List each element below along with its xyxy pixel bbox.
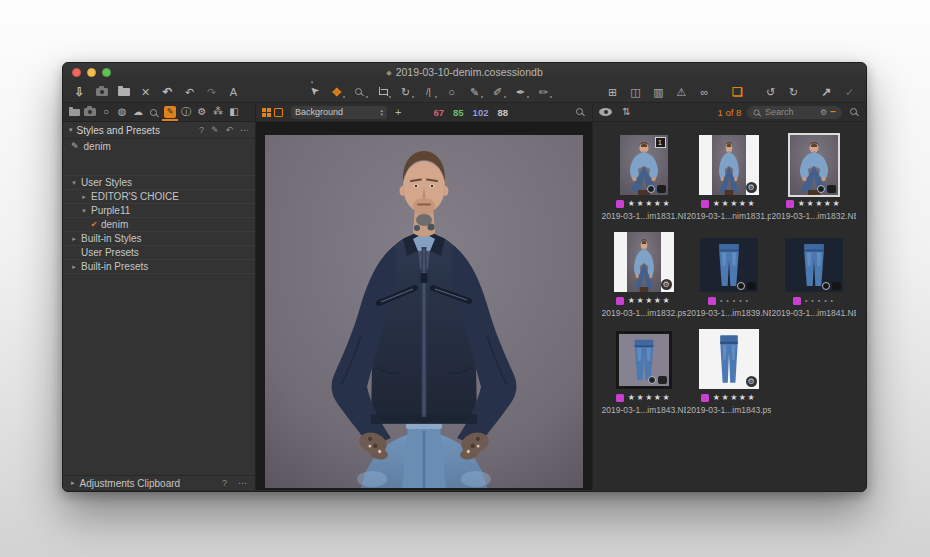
adjustments-clipboard-header[interactable]: ▸ Adjustments Clipboard ? ⋯ [63,475,255,490]
color-tag[interactable] [701,394,709,402]
search-field[interactable]: Search ⚙ − [747,106,842,119]
edit-with-button[interactable] [117,84,130,99]
chev-down-icon[interactable]: ▾ [69,179,79,187]
chev-right-icon[interactable]: ▸ [69,263,79,271]
tab-output[interactable]: ⚙ [196,104,208,120]
help-icon[interactable]: ? [199,125,204,135]
styles-tree-item[interactable]: User Presets [63,246,255,260]
brush-icon[interactable]: ✎ [211,125,219,135]
proof-profile-button[interactable]: ∞ [698,84,711,99]
import-button[interactable]: ⇩ [73,84,86,99]
layer-selector[interactable]: Background ▴▾ [291,106,387,119]
straighten-tool[interactable]: /| [422,84,435,99]
thumbnail-cell[interactable]: 1★★★★★2019-03-1...im1831.NEF [601,129,686,226]
title-bar[interactable]: ◆2019-03-10-denim.cosessiondb [63,63,866,81]
chev-down-icon[interactable]: ▾ [79,207,89,215]
thumbnail-image[interactable]: 1 [620,135,668,195]
tab-metadata[interactable]: ⓘ [180,104,192,120]
capture-button[interactable] [95,84,108,99]
grid-overlay-button[interactable]: ⊞ [606,84,619,99]
sort-order-icon[interactable]: ⇅ [620,105,633,120]
filter-clear-icon[interactable]: − [830,107,836,117]
viewer-image[interactable] [265,135,583,488]
tab-library[interactable] [68,104,80,120]
delete-button[interactable]: ✕ [139,84,152,99]
tab-exposure[interactable]: ☁ [132,104,144,120]
applied-style-row[interactable]: ✎ denim [63,139,255,153]
star-rating[interactable]: • • • • • [720,296,749,305]
redo-button[interactable]: ↷ [205,84,218,99]
tab-lens[interactable]: ○ [100,104,112,120]
viewer-zoom-icon[interactable] [576,108,583,115]
tab-details[interactable] [148,104,160,120]
color-tag[interactable] [616,200,624,208]
star-rating[interactable]: ★★★★★ [628,393,671,402]
tab-layers[interactable]: ◧ [228,104,240,120]
single-view-icon[interactable] [274,108,283,117]
styles-tree-item[interactable]: ▾User Styles [63,176,255,190]
search-settings-icon[interactable]: ⚙ [820,108,827,117]
tab-capture[interactable] [84,104,96,120]
color-tag[interactable] [793,297,801,305]
viewer-area[interactable] [256,122,593,490]
color-tag[interactable] [708,297,716,305]
add-layer-button[interactable]: + [395,106,401,118]
tab-color[interactable]: ◍ [116,104,128,120]
crop-tool[interactable] [376,84,389,99]
styles-tree-item[interactable]: ▾Purple11 [63,204,255,218]
check-icon[interactable]: ✔ [89,220,99,229]
thumbnail-image[interactable] [790,135,838,195]
styles-tree-item[interactable]: ▸EDITOR'S CHOICE [63,190,255,204]
pan-hand-tool[interactable]: ✥ [330,84,343,99]
multi-view-icon[interactable] [262,108,266,112]
thumbnail-cell[interactable]: ⚙★★★★★2019-03-1...im1843.psd [686,323,771,420]
reset-icon[interactable]: ↶ [225,125,233,135]
help-icon[interactable]: ? [222,478,227,488]
select-tool[interactable]: ➤ [304,82,324,102]
browser-toggle-button[interactable]: ❏ [731,84,744,99]
star-rating[interactable]: ★★★★★ [713,393,756,402]
thumbnail-cell[interactable]: ★★★★★2019-03-1...im1832.NEF [771,129,856,226]
thumbnail-image[interactable] [785,238,843,292]
more-options-icon[interactable]: ⋯ [238,478,247,488]
undo-button[interactable]: ↶ [183,84,196,99]
focus-mask-button[interactable]: ▥ [652,84,665,99]
eye-filter-icon[interactable] [599,108,612,116]
color-tag[interactable] [701,200,709,208]
loupe-tool[interactable] [353,84,366,99]
draw-mask-tool[interactable]: ✎ [468,84,481,99]
tab-adjustments[interactable]: ✎ [164,106,176,118]
star-rating[interactable]: ★★★★★ [713,199,756,208]
apply-check-button[interactable]: ✓ [843,84,856,99]
exposure-evaluation-button[interactable]: ◫ [629,84,642,99]
thumbnail-cell[interactable]: ★★★★★2019-03-1...im1843.NEF [601,323,686,420]
auto-adjust-button[interactable]: A [227,84,240,99]
thumbnail-cell[interactable]: • • • • •2019-03-1...im1839.NEF [686,226,771,323]
thumbnail-image[interactable]: ⚙ [614,232,674,292]
exposure-warning-button[interactable]: ⚠ [675,84,688,99]
star-rating[interactable]: ★★★★★ [628,199,671,208]
color-tag[interactable] [616,394,624,402]
thumbnail-cell[interactable]: ⚙★★★★★2019-03-1...nim1831.psd [686,129,771,226]
rotate-left-button[interactable]: ↺ [764,84,777,99]
tab-batch[interactable]: ⁂ [212,104,224,120]
reset-adjustments-button[interactable]: ↶ [161,84,174,99]
color-tag[interactable] [786,200,794,208]
thumbnail-cell[interactable]: • • • • •2019-03-1...im1841.NEF [771,226,856,323]
styles-panel-header[interactable]: ▾ Styles and Presets ?✎↶⋯ [63,122,255,139]
star-rating[interactable]: ★★★★★ [628,296,671,305]
thumbnail-image[interactable] [616,331,672,389]
export-button[interactable]: ↗ [820,84,833,99]
star-rating[interactable]: • • • • • [805,296,834,305]
thumbnail-image[interactable]: ⚙ [699,135,759,195]
thumbnail-cell[interactable]: ⚙★★★★★2019-03-1...im1832.psd [601,226,686,323]
styles-tree-item[interactable]: ✔denim [63,218,255,232]
eyedropper-tool[interactable]: ✏ [537,84,550,99]
spot-removal-tool[interactable]: ○ [445,84,458,99]
browser-zoom-icon[interactable] [850,108,857,115]
chev-right-icon[interactable]: ▸ [79,193,89,201]
more-options-icon[interactable]: ⋯ [240,125,249,135]
thumbnail-image[interactable]: ⚙ [699,329,759,389]
thumbnail-image[interactable] [700,238,758,292]
chev-right-icon[interactable]: ▸ [69,235,79,243]
